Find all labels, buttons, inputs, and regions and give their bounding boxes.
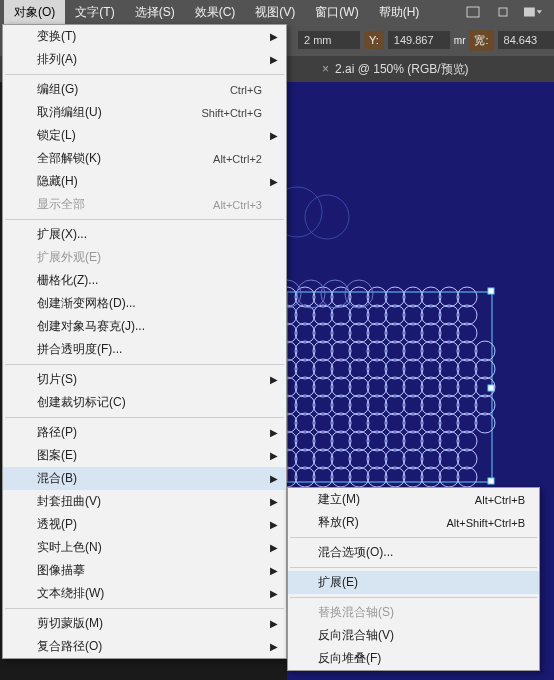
submenu-arrow-icon: ▶: [270, 496, 278, 507]
menu-separator: [290, 537, 537, 538]
submenu-item-label: 释放(R): [318, 514, 359, 531]
submenu-arrow-icon: ▶: [270, 519, 278, 530]
submenu-item[interactable]: 建立(M)Alt+Ctrl+B: [288, 488, 539, 511]
menu-shortcut: Alt+Ctrl+2: [213, 153, 262, 165]
menu-item: 显示全部Alt+Ctrl+3: [3, 193, 286, 216]
menu-item-label: 路径(P): [37, 424, 77, 441]
menubar: 对象(O) 文字(T) 选择(S) 效果(C) 视图(V) 窗口(W) 帮助(H…: [0, 0, 554, 24]
menu-separator: [5, 417, 284, 418]
submenu-arrow-icon: ▶: [270, 641, 278, 652]
menu-item[interactable]: 全部解锁(K)Alt+Ctrl+2: [3, 147, 286, 170]
menu-item-label: 文本绕排(W): [37, 585, 104, 602]
submenu-item[interactable]: 混合选项(O)...: [288, 541, 539, 564]
menu-item-label: 栅格化(Z)...: [37, 272, 98, 289]
menu-item[interactable]: 编组(G)Ctrl+G: [3, 78, 286, 101]
submenu-arrow-icon: ▶: [270, 618, 278, 629]
menu-item-label: 实时上色(N): [37, 539, 102, 556]
menu-effect[interactable]: 效果(C): [185, 0, 246, 25]
menu-separator: [290, 567, 537, 568]
menu-item[interactable]: 创建渐变网格(D)...: [3, 292, 286, 315]
menu-item[interactable]: 栅格化(Z)...: [3, 269, 286, 292]
svg-rect-0: [467, 7, 479, 17]
object-menu: 变换(T)▶排列(A)▶编组(G)Ctrl+G取消编组(U)Shift+Ctrl…: [2, 24, 287, 659]
menu-window[interactable]: 窗口(W): [305, 0, 368, 25]
document-tab[interactable]: 2.ai @ 150% (RGB/预览): [335, 61, 469, 78]
svg-rect-1: [499, 8, 507, 16]
submenu-item[interactable]: 反向堆叠(F): [288, 647, 539, 670]
menu-shortcut: Ctrl+G: [230, 84, 262, 96]
svg-rect-6: [488, 385, 494, 391]
menu-shortcut: Alt+Ctrl+3: [213, 199, 262, 211]
submenu-arrow-icon: ▶: [270, 54, 278, 65]
menu-item[interactable]: 封套扭曲(V)▶: [3, 490, 286, 513]
menu-item-label: 复合路径(O): [37, 638, 102, 655]
menu-item-label: 剪切蒙版(M): [37, 615, 103, 632]
menu-shortcut: Shift+Ctrl+G: [201, 107, 262, 119]
svg-rect-5: [488, 288, 494, 294]
submenu-item[interactable]: 释放(R)Alt+Shift+Ctrl+B: [288, 511, 539, 534]
menu-item-label: 拼合透明度(F)...: [37, 341, 122, 358]
menu-item[interactable]: 混合(B)▶: [3, 467, 286, 490]
menu-item[interactable]: 实时上色(N)▶: [3, 536, 286, 559]
submenu-shortcut: Alt+Shift+Ctrl+B: [446, 517, 525, 529]
submenu-item[interactable]: 扩展(E): [288, 571, 539, 594]
menu-item-label: 切片(S): [37, 371, 77, 388]
submenu-item-label: 建立(M): [318, 491, 360, 508]
w-value[interactable]: 84.643: [498, 31, 554, 49]
menu-separator: [5, 608, 284, 609]
menu-item[interactable]: 锁定(L)▶: [3, 124, 286, 147]
menu-item[interactable]: 拼合透明度(F)...: [3, 338, 286, 361]
w-label: 宽:: [469, 30, 493, 51]
menu-item-label: 图像描摹: [37, 562, 85, 579]
menu-item[interactable]: 隐藏(H)▶: [3, 170, 286, 193]
layout-dropdown-icon[interactable]: [524, 5, 542, 19]
menu-item[interactable]: 图案(E)▶: [3, 444, 286, 467]
menu-separator: [5, 364, 284, 365]
blend-submenu: 建立(M)Alt+Ctrl+B释放(R)Alt+Shift+Ctrl+B混合选项…: [287, 487, 540, 671]
menu-item-label: 创建对象马赛克(J)...: [37, 318, 145, 335]
align-icon[interactable]: [494, 5, 512, 19]
menu-item[interactable]: 剪切蒙版(M)▶: [3, 612, 286, 635]
submenu-arrow-icon: ▶: [270, 130, 278, 141]
menu-item-label: 透视(P): [37, 516, 77, 533]
menu-item-label: 扩展(X)...: [37, 226, 87, 243]
toolbar-right: [464, 5, 550, 19]
submenu-arrow-icon: ▶: [270, 565, 278, 576]
menu-item-label: 取消编组(U): [37, 104, 102, 121]
y-label: Y:: [364, 31, 384, 49]
menu-item[interactable]: 路径(P)▶: [3, 421, 286, 444]
menu-item[interactable]: 取消编组(U)Shift+Ctrl+G: [3, 101, 286, 124]
menu-item[interactable]: 透视(P)▶: [3, 513, 286, 536]
menu-item[interactable]: 排列(A)▶: [3, 48, 286, 71]
menu-item: 扩展外观(E): [3, 246, 286, 269]
menu-item[interactable]: 变换(T)▶: [3, 25, 286, 48]
submenu-arrow-icon: ▶: [270, 542, 278, 553]
menu-item[interactable]: 扩展(X)...: [3, 223, 286, 246]
menu-item-label: 扩展外观(E): [37, 249, 101, 266]
submenu-item-label: 替换混合轴(S): [318, 604, 394, 621]
menu-item[interactable]: 创建对象马赛克(J)...: [3, 315, 286, 338]
submenu-item[interactable]: 反向混合轴(V): [288, 624, 539, 647]
menu-item[interactable]: 图像描摹▶: [3, 559, 286, 582]
menu-item-label: 排列(A): [37, 51, 77, 68]
menu-item-label: 全部解锁(K): [37, 150, 101, 167]
menu-item[interactable]: 切片(S)▶: [3, 368, 286, 391]
doc-icon[interactable]: [464, 5, 482, 19]
menu-item[interactable]: 复合路径(O)▶: [3, 635, 286, 658]
submenu-arrow-icon: ▶: [270, 588, 278, 599]
y-value[interactable]: 149.867: [388, 31, 450, 49]
close-tab-icon[interactable]: ×: [322, 62, 329, 76]
submenu-arrow-icon: ▶: [270, 374, 278, 385]
menu-object[interactable]: 对象(O): [4, 0, 65, 25]
menu-item[interactable]: 创建裁切标记(C): [3, 391, 286, 414]
menu-type[interactable]: 文字(T): [65, 0, 124, 25]
menu-view[interactable]: 视图(V): [245, 0, 305, 25]
submenu-arrow-icon: ▶: [270, 427, 278, 438]
menu-help[interactable]: 帮助(H): [369, 0, 430, 25]
submenu-arrow-icon: ▶: [270, 473, 278, 484]
menu-select[interactable]: 选择(S): [125, 0, 185, 25]
menu-item[interactable]: 文本绕排(W)▶: [3, 582, 286, 605]
menu-separator: [290, 597, 537, 598]
menu-item-label: 变换(T): [37, 28, 76, 45]
menu-item-label: 封套扭曲(V): [37, 493, 101, 510]
